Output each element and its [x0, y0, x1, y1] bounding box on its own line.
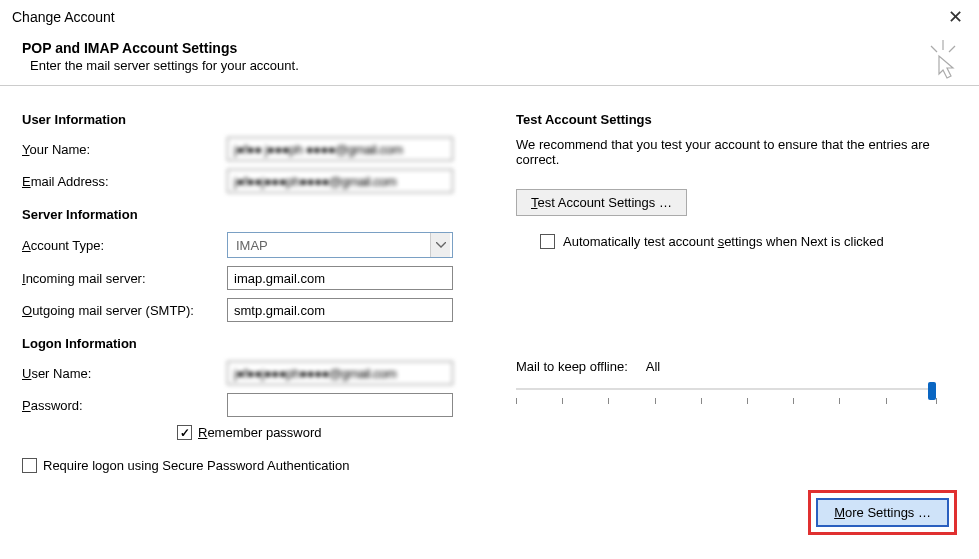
slider-line	[516, 388, 936, 390]
email-label: Email Address:	[22, 174, 227, 189]
outgoing-server-input[interactable]	[227, 298, 453, 322]
password-label: Password:	[22, 398, 227, 413]
incoming-server-input[interactable]	[227, 266, 453, 290]
account-type-label: Account Type:	[22, 238, 227, 253]
require-spa-label: Require logon using Secure Password Auth…	[43, 458, 349, 473]
page-title: POP and IMAP Account Settings	[22, 40, 957, 56]
your-name-input[interactable]	[227, 137, 453, 161]
username-input[interactable]	[227, 361, 453, 385]
close-icon[interactable]: ✕	[944, 6, 967, 28]
window-title: Change Account	[12, 9, 115, 25]
mail-offline-label: Mail to keep offline:	[516, 359, 628, 374]
test-account-settings-button[interactable]: Test Account Settings …	[516, 189, 687, 216]
mail-offline-slider[interactable]	[516, 384, 936, 408]
slider-handle-icon[interactable]	[928, 382, 936, 400]
remember-password-label: Remember password	[198, 425, 322, 440]
username-label: User Name:	[22, 366, 227, 381]
test-settings-description: We recommend that you test your account …	[516, 137, 936, 167]
mail-offline-value: All	[646, 359, 660, 374]
more-settings-highlight: More Settings …	[808, 490, 957, 535]
server-info-heading: Server Information	[22, 207, 492, 222]
account-type-value: IMAP	[236, 238, 268, 253]
require-spa-checkbox[interactable]	[22, 458, 37, 473]
password-input[interactable]	[227, 393, 453, 417]
more-settings-button[interactable]: More Settings …	[816, 498, 949, 527]
cursor-sparkle-icon	[925, 40, 961, 83]
logon-info-heading: Logon Information	[22, 336, 492, 351]
page-subtitle: Enter the mail server settings for your …	[30, 58, 957, 73]
auto-test-checkbox[interactable]	[540, 234, 555, 249]
incoming-server-label: Incoming mail server:	[22, 271, 227, 286]
email-input[interactable]	[227, 169, 453, 193]
outgoing-server-label: Outgoing mail server (SMTP):	[22, 303, 227, 318]
svg-line-1	[931, 46, 937, 52]
test-settings-heading: Test Account Settings	[516, 112, 957, 127]
svg-line-2	[949, 46, 955, 52]
account-type-dropdown: IMAP	[227, 232, 453, 258]
auto-test-label: Automatically test account settings when…	[563, 234, 884, 249]
your-name-label: Your Name:	[22, 142, 227, 157]
chevron-down-icon	[430, 233, 450, 257]
user-info-heading: User Information	[22, 112, 492, 127]
remember-password-checkbox[interactable]	[177, 425, 192, 440]
